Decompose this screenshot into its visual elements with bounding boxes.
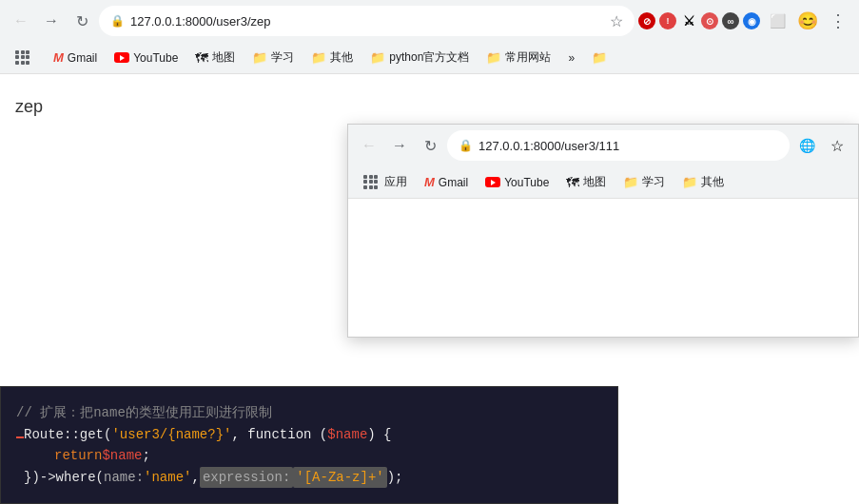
ext-icon-6[interactable]: ◉ [743, 12, 760, 29]
avatar-icon: 😊 [797, 10, 818, 31]
secondary-back-icon: ← [361, 137, 377, 154]
secondary-security-icon: 🔒 [459, 139, 473, 152]
forward-button[interactable]: → [38, 8, 65, 34]
translate-icon: 🌐 [799, 138, 815, 153]
back-button[interactable]: ← [8, 8, 34, 34]
bookmark-learn[interactable]: 📁 学习 [244, 46, 302, 69]
secondary-bookmark-learn[interactable]: 📁 学习 [615, 170, 673, 194]
code-line1-mid: , function ( [231, 424, 327, 445]
gmail-label: Gmail [68, 51, 97, 65]
code-route-string: 'user3/{name?}' [111, 424, 231, 445]
code-name-val: 'name' [144, 467, 191, 488]
secondary-gmail-icon: M [424, 175, 435, 189]
secondary-maps-icon: 🗺 [566, 175, 579, 190]
ext-icon-1[interactable]: ⊘ [638, 12, 655, 29]
ext-icon-2[interactable]: ! [659, 12, 676, 29]
refresh-button[interactable]: ↻ [68, 8, 95, 34]
code-name-var-2: $name [102, 445, 142, 466]
python-label: python官方文档 [389, 49, 469, 66]
folder-icon-extra: 📁 [592, 50, 607, 65]
main-nav-bar: ← → ↻ 🔒 127.0.0.1:8000/user3/zep ☆ ⊘ ! ⚔ [0, 0, 859, 42]
code-comment-line: // 扩展：把name的类型使用正则进行限制 [16, 402, 602, 423]
secondary-apps-icon [363, 175, 379, 190]
screenshot-button[interactable]: ⬜ [764, 8, 791, 34]
bookmark-common[interactable]: 📁 常用网站 [478, 46, 558, 69]
code-semicolon: ; [142, 445, 149, 466]
secondary-star-icon: ☆ [830, 137, 844, 155]
secondary-apps-label: 应用 [384, 174, 407, 190]
main-address-bar[interactable]: 🔒 127.0.0.1:8000/user3/zep ☆ [99, 6, 634, 36]
secondary-maps-label: 地图 [583, 174, 606, 190]
profile-button[interactable]: 😊 [794, 8, 821, 34]
folder-icon-common: 📁 [486, 50, 501, 65]
nav-extra-icons: ⊘ ! ⚔ ⊙ ∞ ◉ ⬜ 😊 ⋮ [638, 8, 851, 34]
secondary-browser-window: ← → ↻ 🔒 127.0.0.1:8000/user3/111 🌐 ☆ 应用 [347, 124, 859, 338]
code-editor: // 扩展：把name的类型使用正则进行限制 Route::get('user3… [0, 386, 618, 504]
secondary-youtube-icon [485, 177, 500, 187]
secondary-forward-icon: → [392, 137, 407, 154]
main-bookmarks-bar: M Gmail YouTube 🗺 地图 📁 学习 📁 其他 📁 python官… [0, 42, 859, 74]
address-text: 127.0.0.1:8000/user3/zep [130, 14, 604, 29]
secondary-star-button[interactable]: ☆ [824, 132, 850, 159]
secondary-bookmark-other[interactable]: 📁 其他 [674, 170, 732, 194]
code-line-2: return $name ; [16, 445, 602, 466]
more-options-button[interactable]: ⋮ [825, 8, 851, 34]
more-icon: ⋮ [830, 10, 847, 31]
bookmark-python[interactable]: 📁 python官方文档 [362, 46, 477, 69]
secondary-bookmark-maps[interactable]: 🗺 地图 [558, 170, 614, 194]
bookmark-gmail[interactable]: M Gmail [46, 47, 105, 68]
secondary-gmail-label: Gmail [439, 176, 468, 189]
comment-text: // 扩展：把name的类型使用正则进行限制 [16, 402, 272, 423]
secondary-bookmark-youtube[interactable]: YouTube [478, 172, 556, 193]
ext-icon-4[interactable]: ⊙ [701, 12, 718, 29]
secondary-address-text: 127.0.0.1:8000/user3/111 [478, 139, 778, 153]
bookmark-star-button[interactable]: ☆ [610, 12, 623, 30]
code-expression-key: expression: [200, 467, 293, 488]
code-line-3: })->where( name: 'name', expression: '[A… [16, 467, 602, 488]
learn-label: 学习 [271, 49, 294, 66]
secondary-page-content [348, 199, 858, 337]
folder-icon-other: 📁 [311, 50, 326, 65]
folder-icon-python: 📁 [370, 50, 385, 65]
security-icon: 🔒 [110, 14, 125, 28]
refresh-icon: ↻ [76, 12, 88, 30]
screenshot-icon: ⬜ [770, 13, 786, 29]
code-where-method: where( [56, 467, 104, 488]
forward-icon: → [44, 12, 59, 29]
code-comma: , [191, 467, 199, 488]
bookmark-maps[interactable]: 🗺 地图 [187, 46, 243, 69]
secondary-forward-button[interactable]: → [386, 132, 413, 159]
code-expression-val: '[A-Za-z]+' [293, 467, 386, 488]
code-return-keyword: return [54, 445, 102, 466]
secondary-refresh-button[interactable]: ↻ [417, 132, 443, 159]
bookmark-apps[interactable] [8, 47, 44, 69]
code-name-key: name: [104, 467, 144, 488]
page-title: zep [15, 89, 844, 125]
secondary-nav-bar: ← → ↻ 🔒 127.0.0.1:8000/user3/111 🌐 ☆ [348, 125, 858, 166]
gmail-icon: M [53, 50, 64, 65]
secondary-bookmark-apps[interactable]: 应用 [356, 170, 415, 194]
secondary-youtube-label: YouTube [504, 176, 549, 189]
code-close-brace: })-> [24, 467, 56, 488]
youtube-label: YouTube [133, 51, 178, 65]
bookmark-other[interactable]: 📁 其他 [303, 46, 361, 69]
bookmark-youtube[interactable]: YouTube [107, 48, 185, 68]
secondary-bookmark-gmail[interactable]: M Gmail [417, 171, 476, 193]
more-bookmarks-icon: » [568, 51, 575, 65]
code-line-1: Route::get('user3/{name?}', function ($n… [16, 424, 602, 445]
ext-icon-5[interactable]: ∞ [722, 12, 739, 29]
maps-label: 地图 [212, 49, 235, 66]
back-icon: ← [13, 12, 29, 29]
bookmark-extra[interactable]: 📁 [584, 47, 615, 68]
secondary-folder-icon-other: 📁 [682, 175, 697, 189]
secondary-translate-button[interactable]: 🌐 [793, 132, 820, 159]
folder-icon-learn: 📁 [252, 50, 267, 65]
secondary-other-label: 其他 [701, 174, 724, 190]
ext-icon-3[interactable]: ⚔ [680, 12, 697, 29]
line-marker-1 [16, 436, 24, 438]
common-label: 常用网站 [505, 49, 551, 66]
apps-grid-icon [15, 50, 30, 66]
secondary-back-button[interactable]: ← [356, 132, 382, 159]
secondary-address-bar[interactable]: 🔒 127.0.0.1:8000/user3/111 [447, 130, 790, 161]
bookmark-more[interactable]: » [560, 48, 582, 68]
